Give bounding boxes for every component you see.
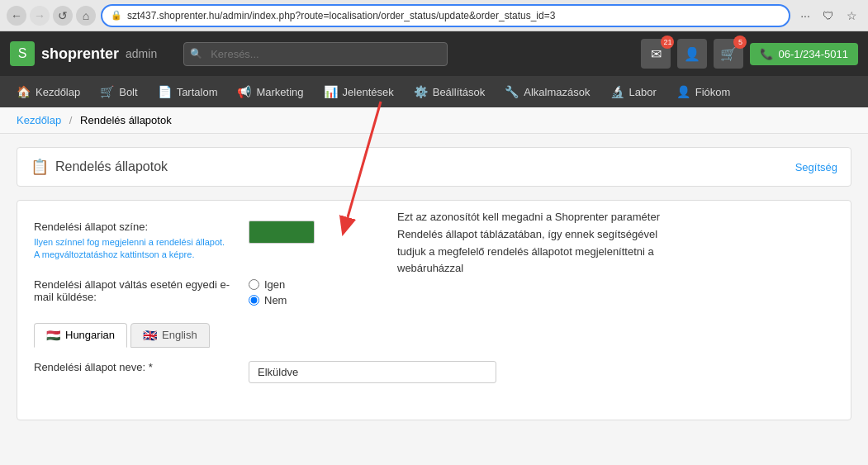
page-title: Rendelés állapotok <box>55 159 168 174</box>
email-no-radio[interactable] <box>249 295 259 306</box>
name-label-col: Rendelési állapot neve: * <box>34 361 232 377</box>
email-no-option[interactable]: Nem <box>249 294 834 306</box>
help-link[interactable]: Segítség <box>795 161 837 173</box>
page-title-area: 📋 Rendelés állapotok <box>31 158 168 176</box>
tab-hungarian-label: Hungarian <box>65 329 115 341</box>
nav-buttons: ← → ↺ ⌂ <box>7 6 96 26</box>
name-control-col <box>249 361 834 383</box>
content-icon: 📄 <box>158 85 172 98</box>
breadcrumb-home[interactable]: Kezdőlap <box>17 114 61 126</box>
breadcrumb: Kezdőlap / Rendelés állapotok <box>0 107 868 134</box>
back-button[interactable]: ← <box>7 6 26 26</box>
breadcrumb-current: Rendelés állapotok <box>80 114 172 126</box>
email-yes-label: Igen <box>264 278 285 291</box>
form-area: Rendelési állapot színe: Ilyen színnel f… <box>17 200 851 420</box>
refresh-button[interactable]: ↺ <box>53 6 73 26</box>
name-label: Rendelési állapot neve: * <box>34 361 232 373</box>
color-label: Rendelési állapot színe: <box>34 221 232 233</box>
email-radio-group: Igen Nem <box>249 278 834 306</box>
shield-button[interactable]: 🛡 <box>818 6 838 26</box>
color-label-col: Rendelési állapot színe: Ilyen színnel f… <box>34 221 232 262</box>
reports-icon: 📊 <box>324 85 338 98</box>
logo: S shoprenter admin <box>10 41 157 66</box>
admin-header: S shoprenter admin ✉ 21 👤 🛒 5 📞 06-1/234… <box>0 31 868 76</box>
url-bar[interactable]: 🔒 <box>101 4 790 27</box>
page-title-icon: 📋 <box>31 158 49 176</box>
nav-item-fiokom[interactable]: 👤 Fiókom <box>666 76 741 107</box>
name-input[interactable] <box>249 361 496 383</box>
logo-admin: admin <box>126 47 157 60</box>
nav-item-tartalom[interactable]: 📄 Tartalom <box>148 76 228 107</box>
email-label-col: Rendelési állapot váltás esetén egyedi e… <box>34 278 232 306</box>
forward-button[interactable]: → <box>30 6 50 26</box>
email-yes-option[interactable]: Igen <box>249 278 834 291</box>
logo-text: shoprenter <box>41 45 119 63</box>
name-form-row: Rendelési állapot neve: * <box>34 361 834 383</box>
tab-hungarian[interactable]: 🇭🇺 Hungarian <box>34 323 127 348</box>
english-flag: 🇬🇧 <box>143 329 157 342</box>
language-tabs: 🇭🇺 Hungarian 🇬🇧 English <box>34 323 834 348</box>
settings-icon: ⚙️ <box>414 85 428 98</box>
main-content: 📋 Rendelés állapotok Segítség Rendelési … <box>0 134 868 464</box>
bookmark-button[interactable]: ☆ <box>842 6 861 26</box>
search-input[interactable] <box>183 42 448 66</box>
hungarian-flag: 🇭🇺 <box>46 329 60 342</box>
email-control-col: Igen Nem <box>249 278 834 306</box>
shield-icon: 🔒 <box>111 10 122 21</box>
home-button[interactable]: ⌂ <box>76 6 96 26</box>
browser-chrome: ← → ↺ ⌂ 🔒 ··· 🛡 ☆ <box>0 0 868 31</box>
breadcrumb-separator: / <box>69 114 73 126</box>
nav-item-labor[interactable]: 🔬 Labor <box>600 76 666 107</box>
account-icon: 👤 <box>676 85 690 98</box>
tab-english[interactable]: 🇬🇧 English <box>130 323 210 348</box>
home-icon: 🏠 <box>17 85 31 98</box>
notification-button[interactable]: ✉ 21 <box>641 39 671 69</box>
nav-item-bolt[interactable]: 🛒 Bolt <box>90 76 147 107</box>
page-header: 📋 Rendelés állapotok Segítség <box>17 147 851 187</box>
color-swatch[interactable] <box>249 221 315 244</box>
extensions-button[interactable]: ··· <box>795 6 815 26</box>
browser-action-buttons: ··· 🛡 ☆ <box>795 6 861 26</box>
apps-icon: 🔧 <box>505 85 519 98</box>
logo-icon: S <box>10 41 35 66</box>
user-button[interactable]: 👤 <box>677 39 707 69</box>
search-area <box>183 42 448 66</box>
color-hint: Ilyen színnel fog megjelenni a rendelési… <box>34 236 232 262</box>
notification-badge: 21 <box>661 36 674 49</box>
email-yes-radio[interactable] <box>249 279 259 290</box>
nav-item-beallitasok[interactable]: ⚙️ Beállítások <box>404 76 496 107</box>
annotation-text: Ezt az azonosítót kell megadni a Shopren… <box>397 209 678 278</box>
nav-menu: 🏠 Kezdőlap 🛒 Bolt 📄 Tartalom 📢 Marketing… <box>0 76 868 107</box>
nav-item-kezdolap[interactable]: 🏠 Kezdőlap <box>7 76 90 107</box>
header-actions: ✉ 21 👤 🛒 5 📞 06-1/234-5011 <box>641 39 858 69</box>
color-form-row: Rendelési állapot színe: Ilyen színnel f… <box>34 221 834 262</box>
url-input[interactable] <box>127 10 780 21</box>
store-icon: 🛒 <box>100 85 114 98</box>
email-label: Rendelési állapot váltás esetén egyedi e… <box>34 278 232 303</box>
tab-english-label: English <box>162 329 197 341</box>
lab-icon: 🔬 <box>610 85 624 98</box>
marketing-icon: 📢 <box>237 85 251 98</box>
nav-item-alkalmazasok[interactable]: 🔧 Alkalmazások <box>495 76 600 107</box>
nav-item-marketing[interactable]: 📢 Marketing <box>227 76 313 107</box>
nav-item-jelentesek[interactable]: 📊 Jelentések <box>314 76 404 107</box>
annotation-area: Ezt az azonosítót kell megadni a Shopren… <box>397 209 678 278</box>
email-form-row: Rendelési állapot váltás esetén egyedi e… <box>34 278 834 306</box>
cart-badge: 5 <box>733 36 747 49</box>
phone-button[interactable]: 📞 06-1/234-5011 <box>750 43 858 65</box>
cart-button[interactable]: 🛒 5 <box>714 39 743 69</box>
email-no-label: Nem <box>264 294 287 306</box>
